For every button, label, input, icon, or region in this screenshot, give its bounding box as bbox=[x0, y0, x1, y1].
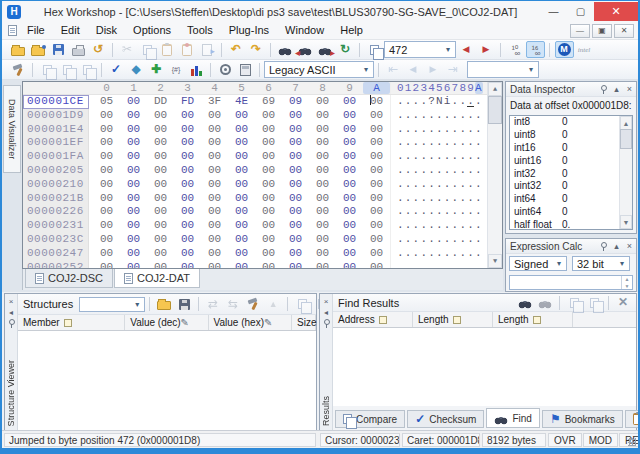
byte[interactable]: 00 bbox=[363, 164, 390, 178]
byte[interactable]: 00 bbox=[228, 205, 255, 219]
results-tab-find[interactable]: Find bbox=[486, 408, 539, 428]
ascii-cell[interactable]: ........... bbox=[390, 123, 487, 137]
byte[interactable]: 00 bbox=[147, 219, 174, 233]
scroll-up-icon[interactable]: ▲ bbox=[488, 82, 502, 96]
structures-list[interactable] bbox=[18, 331, 316, 430]
column-length[interactable]: Length bbox=[493, 312, 573, 327]
byte[interactable]: 00 bbox=[201, 192, 228, 206]
scroll-down-icon[interactable]: ▼ bbox=[488, 254, 502, 268]
byte[interactable]: 00 bbox=[201, 164, 228, 178]
ascii-cell[interactable]: ........... bbox=[390, 164, 487, 178]
byte[interactable]: 00 bbox=[147, 233, 174, 247]
byte[interactable]: 00 bbox=[174, 109, 201, 123]
byte[interactable]: 00 bbox=[363, 123, 390, 137]
tools-button[interactable] bbox=[9, 61, 28, 78]
byte[interactable]: 00 bbox=[255, 150, 282, 164]
byte[interactable]: 00 bbox=[120, 233, 147, 247]
hex-row-00000252[interactable]: 000002520000000000000000000000..........… bbox=[23, 261, 502, 269]
scrollbar-thumb[interactable] bbox=[620, 129, 632, 149]
byte[interactable]: 00 bbox=[147, 205, 174, 219]
redo-button[interactable]: ↷ bbox=[247, 41, 266, 58]
byte[interactable]: 00 bbox=[255, 261, 282, 269]
byte[interactable]: 00 bbox=[201, 136, 228, 150]
expression-input[interactable]: ▲▼ bbox=[509, 275, 633, 290]
inspector-row-int32[interactable]: int320 bbox=[510, 168, 632, 181]
pin-icon[interactable] bbox=[6, 318, 17, 329]
results-tab-checksum[interactable]: ✓Checksum bbox=[407, 410, 484, 428]
byte[interactable]: 00 bbox=[93, 261, 120, 269]
ascii-cell[interactable]: ........... bbox=[390, 261, 487, 269]
byte[interactable]: 00 bbox=[255, 136, 282, 150]
byte[interactable]: 00 bbox=[363, 136, 390, 150]
copy-button[interactable] bbox=[565, 294, 584, 311]
byte[interactable]: 00 bbox=[228, 109, 255, 123]
ascii-cell[interactable]: ........... bbox=[390, 136, 487, 150]
find-button[interactable] bbox=[276, 41, 295, 58]
byte[interactable]: 00 bbox=[228, 136, 255, 150]
byte[interactable]: DD bbox=[147, 95, 174, 109]
copy-special-button[interactable] bbox=[585, 294, 604, 311]
goto-offset-combo[interactable]: 472▾ bbox=[384, 41, 456, 58]
byte[interactable]: 00 bbox=[309, 192, 336, 206]
save-button[interactable] bbox=[49, 41, 68, 58]
byte[interactable]: 00 bbox=[120, 205, 147, 219]
byte[interactable]: 00 bbox=[147, 247, 174, 261]
export-button[interactable] bbox=[198, 41, 217, 58]
byte[interactable]: 05 bbox=[93, 95, 120, 109]
menu-help[interactable]: Help bbox=[332, 22, 371, 39]
column-length[interactable]: Length bbox=[413, 312, 493, 327]
goto-address-button[interactable] bbox=[365, 41, 384, 58]
byte[interactable]: 00 bbox=[282, 247, 309, 261]
byte[interactable]: 00 bbox=[201, 233, 228, 247]
mdi-minimize-button[interactable]: — bbox=[570, 24, 590, 38]
byte[interactable]: 00 bbox=[201, 205, 228, 219]
collapse-icon[interactable]: ▴ bbox=[610, 240, 623, 252]
byte[interactable]: 00 bbox=[336, 95, 363, 109]
hex-row-000001FA[interactable]: 000001FA0000000000000000000000..........… bbox=[23, 150, 502, 164]
byte[interactable]: 00 bbox=[336, 109, 363, 123]
paste-button[interactable] bbox=[158, 41, 177, 58]
print-button[interactable] bbox=[69, 41, 88, 58]
mdi-close-button[interactable]: ✕ bbox=[614, 24, 634, 38]
byte[interactable]: 00 bbox=[228, 233, 255, 247]
byte[interactable]: 00 bbox=[363, 192, 390, 206]
hex-row-00000226[interactable]: 000002260000000000000000000000..........… bbox=[23, 205, 502, 219]
byte[interactable]: 00 bbox=[363, 233, 390, 247]
byte[interactable]: 00 bbox=[120, 164, 147, 178]
byte[interactable]: 00 bbox=[93, 219, 120, 233]
copy-button[interactable] bbox=[293, 296, 312, 313]
byte[interactable]: 00 bbox=[282, 109, 309, 123]
resize-grip[interactable] bbox=[628, 438, 636, 446]
byte[interactable]: 00 bbox=[93, 109, 120, 123]
byte[interactable]: 00 bbox=[201, 219, 228, 233]
byte[interactable]: 00 bbox=[255, 205, 282, 219]
byte[interactable]: 3F bbox=[201, 95, 228, 109]
byte[interactable]: 00 bbox=[120, 247, 147, 261]
byte[interactable]: 00 bbox=[363, 261, 390, 269]
ascii-cell[interactable]: ....?Ni.... bbox=[390, 95, 487, 109]
byte[interactable]: 00 bbox=[201, 109, 228, 123]
close-panel-icon[interactable]: × bbox=[623, 240, 636, 252]
close-panel-icon[interactable]: × bbox=[623, 83, 636, 95]
import-data-button[interactable]: ✚ bbox=[147, 61, 166, 78]
byte[interactable]: 00 bbox=[201, 261, 228, 269]
byte[interactable]: 00 bbox=[363, 178, 390, 192]
byte[interactable]: 00 bbox=[174, 261, 201, 269]
byte[interactable]: 00 bbox=[120, 150, 147, 164]
clear-button[interactable]: ✕ bbox=[614, 294, 633, 311]
inspector-row-half-float[interactable]: half float0. bbox=[510, 219, 632, 230]
byte[interactable]: 00 bbox=[363, 150, 390, 164]
column-value-dec-[interactable]: Value (dec)✎ bbox=[125, 315, 208, 330]
apply-structure-button[interactable]: ⇄ bbox=[204, 296, 223, 313]
byte[interactable]: 00 bbox=[309, 123, 336, 137]
close-button[interactable]: ✕ bbox=[594, 2, 638, 21]
paste-special-button[interactable] bbox=[178, 41, 197, 58]
hex-row-000001E4[interactable]: 000001E40000000000000000000000..........… bbox=[23, 123, 502, 137]
byte[interactable]: 00 bbox=[93, 164, 120, 178]
export-results-button[interactable]: ◆ bbox=[127, 61, 146, 78]
find-next-button[interactable] bbox=[316, 41, 335, 58]
column-member[interactable]: Member bbox=[18, 315, 125, 330]
hex-row-000001D9[interactable]: 000001D90000000000000000000000..........… bbox=[23, 109, 502, 123]
hex-row-00000231[interactable]: 000002310000000000000000000000..........… bbox=[23, 219, 502, 233]
goto-forward-button[interactable]: ▶ bbox=[477, 41, 496, 58]
